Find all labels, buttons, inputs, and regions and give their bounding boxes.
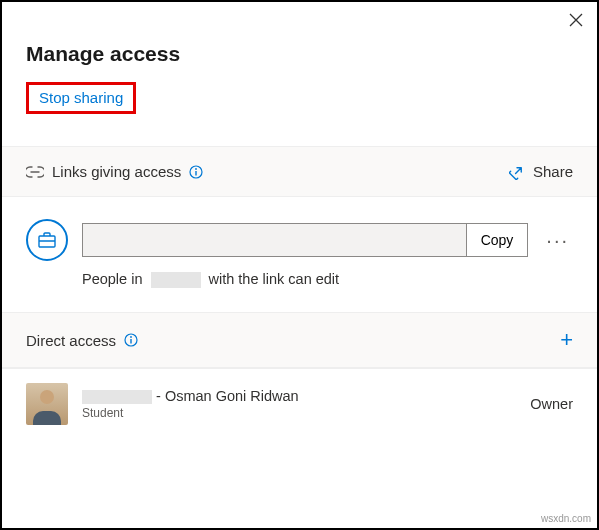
briefcase-icon <box>26 219 68 261</box>
stop-sharing-button[interactable]: Stop sharing <box>39 89 123 106</box>
svg-rect-2 <box>196 171 197 176</box>
svg-rect-6 <box>130 339 131 344</box>
direct-access-header: Direct access + <box>2 312 597 368</box>
avatar <box>26 383 68 425</box>
share-label: Share <box>533 163 573 180</box>
share-icon <box>509 164 525 180</box>
link-field-group: Copy <box>82 223 528 257</box>
panel-header: Manage access Stop sharing <box>2 2 597 128</box>
person-role: Student <box>82 406 516 420</box>
info-icon[interactable] <box>124 333 138 347</box>
direct-access-label: Direct access <box>26 332 116 349</box>
ellipsis-icon: ··· <box>546 229 569 251</box>
person-name: - Osman Goni Ridwan <box>82 388 516 404</box>
svg-point-5 <box>130 336 132 338</box>
name-prefix-redacted <box>82 390 152 404</box>
link-more-button[interactable]: ··· <box>542 229 573 252</box>
links-section-label: Links giving access <box>52 163 181 180</box>
close-icon <box>569 11 583 31</box>
close-button[interactable] <box>569 12 583 30</box>
watermark: wsxdn.com <box>541 513 591 524</box>
stop-sharing-highlight: Stop sharing <box>26 82 136 114</box>
copy-link-button[interactable]: Copy <box>466 224 528 256</box>
sharing-link-input[interactable] <box>83 224 466 256</box>
info-icon[interactable] <box>189 165 203 179</box>
person-permission: Owner <box>530 396 573 412</box>
share-button[interactable]: Share <box>509 163 573 180</box>
link-description: People in with the link can edit <box>2 271 597 312</box>
person-row: - Osman Goni Ridwan Student Owner <box>2 368 597 439</box>
page-title: Manage access <box>26 42 573 66</box>
sharing-link-row: Copy ··· <box>2 197 597 271</box>
add-direct-access-button[interactable]: + <box>560 329 573 351</box>
person-info: - Osman Goni Ridwan Student <box>82 388 516 420</box>
org-name-redacted <box>151 272 201 288</box>
links-section-header: Links giving access Share <box>2 146 597 197</box>
manage-access-panel: Manage access Stop sharing Links giving … <box>0 0 599 530</box>
plus-icon: + <box>560 327 573 352</box>
svg-point-1 <box>195 168 197 170</box>
link-icon <box>26 166 44 178</box>
